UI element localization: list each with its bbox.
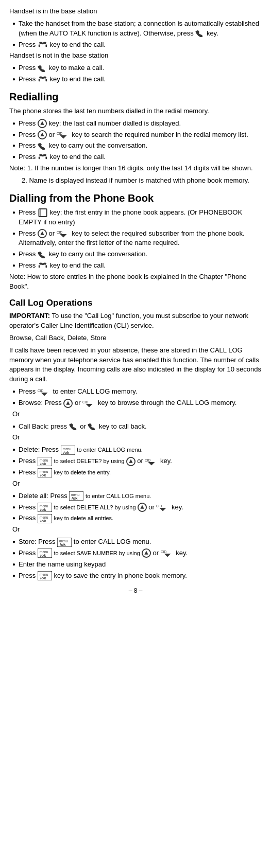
phone-up-icon [38, 65, 47, 72]
list-item: Press key to carry out the conversation. [9, 141, 262, 151]
press-label: Press [19, 141, 38, 149]
menu-ok-icon [38, 503, 52, 512]
text: key. [160, 457, 172, 465]
press-label: Press [19, 75, 38, 83]
cid-down-icon [82, 399, 96, 408]
text: or [148, 503, 156, 511]
list-item: Delete all: Press to enter CALL LOG menu… [9, 491, 262, 501]
list-item: Press or key to select the required subs… [9, 229, 262, 249]
list-item: Delete: Press to enter CALL LOG menu. [9, 445, 262, 455]
press-label: Press [19, 153, 38, 161]
cid-down-icon [38, 387, 51, 397]
list-item: Press key; the first entry in the phone … [9, 208, 262, 227]
delete-label: Delete: Press [19, 446, 61, 453]
list-item: Press key to save the entry in phone boo… [9, 571, 262, 581]
handset-not-list: Press key to make a call. Press key to e… [9, 63, 262, 84]
text: key to end the call. [50, 41, 106, 48]
cid-down-icon [145, 457, 158, 466]
text: to enter CALL LOG menu. [77, 447, 142, 453]
menu-ok-icon [38, 468, 52, 477]
circle-nav-icon [126, 457, 136, 466]
list-item: Take the handset from the base station; … [9, 19, 262, 39]
cid-down-icon [156, 503, 170, 512]
text: key to search the required number in the… [72, 131, 248, 138]
press-label: Press [19, 119, 38, 127]
text: key; the first entry in the phone book a… [19, 208, 242, 226]
press-label: Press [19, 229, 38, 237]
text: or [137, 457, 145, 465]
list-item: Press key to carry out the conversation. [9, 250, 262, 259]
press-label: Press [19, 572, 38, 579]
menu-ok-icon [38, 548, 52, 558]
or4-label: Or [12, 525, 262, 535]
list-item: Press to select DELETE? by using or key. [9, 456, 262, 466]
press-label: Press [19, 41, 38, 48]
circle-nav-icon [142, 548, 151, 558]
list-item: Browse: Press or key to browse through t… [9, 398, 262, 408]
text: Take the handset from the base station; … [19, 20, 259, 37]
text: to enter CALL LOG menu. [74, 538, 151, 545]
text: key to call back. [99, 422, 147, 430]
calllog-heading: Call Log Operations [9, 297, 262, 310]
store-list: Store: Press to enter CALL LOG menu. Pre… [9, 537, 262, 580]
redialling-heading: Redialling [9, 90, 262, 104]
text: or [49, 229, 57, 237]
list-item: Press key to end the call. [9, 152, 262, 162]
text: key to carry out the conversation. [49, 141, 147, 149]
menu-ok-icon [69, 491, 83, 501]
phone-up-icon [69, 423, 78, 430]
calllog-browse-list: Press to enter CALL LOG memory. Browse: … [9, 387, 262, 408]
menu-ok-icon [38, 514, 52, 523]
or3-label: Or [12, 479, 262, 489]
circle-nav-icon [63, 399, 73, 408]
phone-end-icon [38, 42, 48, 48]
delete-list: Delete: Press to enter CALL LOG menu. Pr… [9, 445, 262, 477]
menu-ok-icon [61, 446, 75, 455]
text: Enter the name using keypad [19, 560, 106, 568]
list-item: Press key to delete the entry. [9, 468, 262, 477]
dialling-list: Press key; the first entry in the phone … [9, 208, 262, 271]
circle-nav-icon [38, 130, 47, 139]
phonebook-icon [38, 208, 48, 217]
list-item: Press to select SAVE NUMBER by using or … [9, 548, 262, 558]
press-label: Press [19, 503, 38, 511]
cid-down-icon [161, 548, 174, 558]
dialling-note: Note: How to store entries in the phone … [9, 272, 262, 292]
phone-up2-icon [88, 423, 97, 430]
text: to select DELETE? by using [54, 458, 126, 464]
phone-up-icon [38, 143, 47, 150]
phone-end-icon [38, 262, 48, 269]
press-label: Press [19, 64, 38, 72]
text: key to make a call. [49, 64, 105, 72]
list-item: Press key to end the call. [9, 75, 262, 84]
page-content: Handset is in the base station Take the … [9, 7, 262, 596]
list-item: Press to enter CALL LOG memory. [9, 387, 262, 397]
phone-end-icon [38, 154, 48, 161]
menu-ok-icon [57, 538, 72, 547]
calllog-important: IMPORTANT: To use the "Call Log" functio… [9, 311, 262, 331]
menu-ok-icon [38, 571, 52, 580]
list-item: Call Back: press or key to call back. [9, 422, 262, 432]
cid-down-icon [57, 229, 70, 238]
redialling-intro: The phone stores the last ten numbers di… [9, 107, 262, 116]
text: or [75, 399, 82, 406]
text: key to delete all entries. [54, 515, 114, 521]
circle-nav-icon [138, 503, 147, 512]
handset-base-list: Take the handset from the base station; … [9, 19, 262, 50]
redialling-note1: Note: 1. If the number is longer than 16… [9, 164, 262, 173]
text: key to end the call. [50, 75, 106, 83]
text: or [153, 549, 161, 557]
text: or [80, 422, 88, 430]
deleteall-list: Delete all: Press to enter CALL LOG menu… [9, 491, 262, 524]
text: or [49, 131, 57, 138]
text: key to delete the entry. [54, 469, 111, 475]
text: key. [176, 549, 188, 557]
phone-up-icon [195, 30, 205, 37]
press-label: Press [19, 131, 38, 138]
phone-up-icon [38, 251, 47, 258]
list-item: Press key; the last call number dialled … [9, 119, 262, 129]
handset-not-base-heading: Handset is not in the base station [9, 51, 262, 61]
text: key; the last call number dialled is dis… [49, 119, 181, 127]
or1-label: Or [12, 410, 262, 419]
list-item: Press to select DELETE ALL? by using or … [9, 503, 262, 512]
